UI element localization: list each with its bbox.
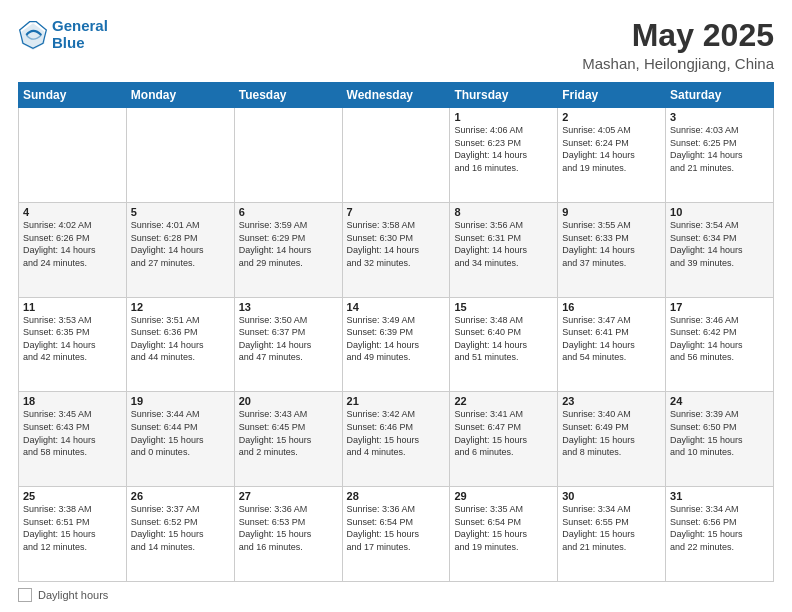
day-info: Sunrise: 4:06 AM Sunset: 6:23 PM Dayligh… xyxy=(454,124,553,174)
calendar-cell: 1Sunrise: 4:06 AM Sunset: 6:23 PM Daylig… xyxy=(450,108,558,203)
day-number: 19 xyxy=(131,395,230,407)
calendar-cell: 20Sunrise: 3:43 AM Sunset: 6:45 PM Dayli… xyxy=(234,392,342,487)
day-info: Sunrise: 3:48 AM Sunset: 6:40 PM Dayligh… xyxy=(454,314,553,364)
header-cell-friday: Friday xyxy=(558,83,666,108)
day-number: 14 xyxy=(347,301,446,313)
day-number: 3 xyxy=(670,111,769,123)
footer: Daylight hours xyxy=(18,588,774,602)
day-number: 27 xyxy=(239,490,338,502)
logo-text: General Blue xyxy=(52,18,108,51)
calendar-cell xyxy=(126,108,234,203)
calendar-cell: 6Sunrise: 3:59 AM Sunset: 6:29 PM Daylig… xyxy=(234,202,342,297)
calendar-cell: 29Sunrise: 3:35 AM Sunset: 6:54 PM Dayli… xyxy=(450,487,558,582)
day-info: Sunrise: 3:34 AM Sunset: 6:55 PM Dayligh… xyxy=(562,503,661,553)
header-cell-monday: Monday xyxy=(126,83,234,108)
day-info: Sunrise: 3:43 AM Sunset: 6:45 PM Dayligh… xyxy=(239,408,338,458)
day-info: Sunrise: 3:34 AM Sunset: 6:56 PM Dayligh… xyxy=(670,503,769,553)
header-row: SundayMondayTuesdayWednesdayThursdayFrid… xyxy=(19,83,774,108)
header-cell-saturday: Saturday xyxy=(666,83,774,108)
daylight-box xyxy=(18,588,32,602)
day-number: 11 xyxy=(23,301,122,313)
day-number: 30 xyxy=(562,490,661,502)
day-number: 25 xyxy=(23,490,122,502)
calendar-week-4: 25Sunrise: 3:38 AM Sunset: 6:51 PM Dayli… xyxy=(19,487,774,582)
day-info: Sunrise: 4:03 AM Sunset: 6:25 PM Dayligh… xyxy=(670,124,769,174)
day-number: 18 xyxy=(23,395,122,407)
calendar-header: SundayMondayTuesdayWednesdayThursdayFrid… xyxy=(19,83,774,108)
day-info: Sunrise: 3:39 AM Sunset: 6:50 PM Dayligh… xyxy=(670,408,769,458)
day-number: 10 xyxy=(670,206,769,218)
day-number: 7 xyxy=(347,206,446,218)
day-number: 23 xyxy=(562,395,661,407)
calendar-cell: 10Sunrise: 3:54 AM Sunset: 6:34 PM Dayli… xyxy=(666,202,774,297)
day-info: Sunrise: 3:49 AM Sunset: 6:39 PM Dayligh… xyxy=(347,314,446,364)
day-number: 4 xyxy=(23,206,122,218)
svg-marker-0 xyxy=(21,23,44,50)
calendar-cell: 22Sunrise: 3:41 AM Sunset: 6:47 PM Dayli… xyxy=(450,392,558,487)
day-info: Sunrise: 3:46 AM Sunset: 6:42 PM Dayligh… xyxy=(670,314,769,364)
day-number: 8 xyxy=(454,206,553,218)
day-number: 16 xyxy=(562,301,661,313)
day-number: 21 xyxy=(347,395,446,407)
day-info: Sunrise: 3:44 AM Sunset: 6:44 PM Dayligh… xyxy=(131,408,230,458)
day-number: 17 xyxy=(670,301,769,313)
day-number: 9 xyxy=(562,206,661,218)
title-block: May 2025 Mashan, Heilongjiang, China xyxy=(582,18,774,72)
day-info: Sunrise: 3:41 AM Sunset: 6:47 PM Dayligh… xyxy=(454,408,553,458)
logo-icon xyxy=(18,20,48,50)
calendar-cell: 21Sunrise: 3:42 AM Sunset: 6:46 PM Dayli… xyxy=(342,392,450,487)
day-number: 5 xyxy=(131,206,230,218)
day-number: 29 xyxy=(454,490,553,502)
daylight-label: Daylight hours xyxy=(38,589,108,601)
calendar-cell: 16Sunrise: 3:47 AM Sunset: 6:41 PM Dayli… xyxy=(558,297,666,392)
day-info: Sunrise: 3:40 AM Sunset: 6:49 PM Dayligh… xyxy=(562,408,661,458)
calendar-cell: 14Sunrise: 3:49 AM Sunset: 6:39 PM Dayli… xyxy=(342,297,450,392)
header-cell-wednesday: Wednesday xyxy=(342,83,450,108)
day-number: 24 xyxy=(670,395,769,407)
calendar-cell: 24Sunrise: 3:39 AM Sunset: 6:50 PM Dayli… xyxy=(666,392,774,487)
day-number: 15 xyxy=(454,301,553,313)
calendar-cell: 8Sunrise: 3:56 AM Sunset: 6:31 PM Daylig… xyxy=(450,202,558,297)
calendar-cell: 11Sunrise: 3:53 AM Sunset: 6:35 PM Dayli… xyxy=(19,297,127,392)
day-info: Sunrise: 4:01 AM Sunset: 6:28 PM Dayligh… xyxy=(131,219,230,269)
day-info: Sunrise: 3:56 AM Sunset: 6:31 PM Dayligh… xyxy=(454,219,553,269)
calendar-cell: 27Sunrise: 3:36 AM Sunset: 6:53 PM Dayli… xyxy=(234,487,342,582)
calendar-cell: 30Sunrise: 3:34 AM Sunset: 6:55 PM Dayli… xyxy=(558,487,666,582)
day-info: Sunrise: 4:05 AM Sunset: 6:24 PM Dayligh… xyxy=(562,124,661,174)
calendar-table: SundayMondayTuesdayWednesdayThursdayFrid… xyxy=(18,82,774,582)
calendar-cell: 3Sunrise: 4:03 AM Sunset: 6:25 PM Daylig… xyxy=(666,108,774,203)
day-info: Sunrise: 3:38 AM Sunset: 6:51 PM Dayligh… xyxy=(23,503,122,553)
calendar-cell: 17Sunrise: 3:46 AM Sunset: 6:42 PM Dayli… xyxy=(666,297,774,392)
calendar-cell: 2Sunrise: 4:05 AM Sunset: 6:24 PM Daylig… xyxy=(558,108,666,203)
page: General Blue May 2025 Mashan, Heilongjia… xyxy=(0,0,792,612)
calendar-week-1: 4Sunrise: 4:02 AM Sunset: 6:26 PM Daylig… xyxy=(19,202,774,297)
calendar-cell: 25Sunrise: 3:38 AM Sunset: 6:51 PM Dayli… xyxy=(19,487,127,582)
day-info: Sunrise: 3:54 AM Sunset: 6:34 PM Dayligh… xyxy=(670,219,769,269)
day-info: Sunrise: 3:53 AM Sunset: 6:35 PM Dayligh… xyxy=(23,314,122,364)
day-info: Sunrise: 3:42 AM Sunset: 6:46 PM Dayligh… xyxy=(347,408,446,458)
day-info: Sunrise: 3:37 AM Sunset: 6:52 PM Dayligh… xyxy=(131,503,230,553)
calendar-body: 1Sunrise: 4:06 AM Sunset: 6:23 PM Daylig… xyxy=(19,108,774,582)
day-info: Sunrise: 3:50 AM Sunset: 6:37 PM Dayligh… xyxy=(239,314,338,364)
day-number: 26 xyxy=(131,490,230,502)
day-info: Sunrise: 3:51 AM Sunset: 6:36 PM Dayligh… xyxy=(131,314,230,364)
day-number: 31 xyxy=(670,490,769,502)
calendar-cell: 15Sunrise: 3:48 AM Sunset: 6:40 PM Dayli… xyxy=(450,297,558,392)
calendar-cell: 28Sunrise: 3:36 AM Sunset: 6:54 PM Dayli… xyxy=(342,487,450,582)
day-info: Sunrise: 3:35 AM Sunset: 6:54 PM Dayligh… xyxy=(454,503,553,553)
subtitle: Mashan, Heilongjiang, China xyxy=(582,55,774,72)
calendar-cell: 18Sunrise: 3:45 AM Sunset: 6:43 PM Dayli… xyxy=(19,392,127,487)
day-info: Sunrise: 3:45 AM Sunset: 6:43 PM Dayligh… xyxy=(23,408,122,458)
day-number: 20 xyxy=(239,395,338,407)
day-info: Sunrise: 3:59 AM Sunset: 6:29 PM Dayligh… xyxy=(239,219,338,269)
day-number: 13 xyxy=(239,301,338,313)
calendar-cell: 19Sunrise: 3:44 AM Sunset: 6:44 PM Dayli… xyxy=(126,392,234,487)
calendar-week-2: 11Sunrise: 3:53 AM Sunset: 6:35 PM Dayli… xyxy=(19,297,774,392)
calendar-cell: 31Sunrise: 3:34 AM Sunset: 6:56 PM Dayli… xyxy=(666,487,774,582)
header-cell-sunday: Sunday xyxy=(19,83,127,108)
calendar-week-0: 1Sunrise: 4:06 AM Sunset: 6:23 PM Daylig… xyxy=(19,108,774,203)
day-info: Sunrise: 3:55 AM Sunset: 6:33 PM Dayligh… xyxy=(562,219,661,269)
day-number: 12 xyxy=(131,301,230,313)
day-info: Sunrise: 3:36 AM Sunset: 6:54 PM Dayligh… xyxy=(347,503,446,553)
day-number: 22 xyxy=(454,395,553,407)
